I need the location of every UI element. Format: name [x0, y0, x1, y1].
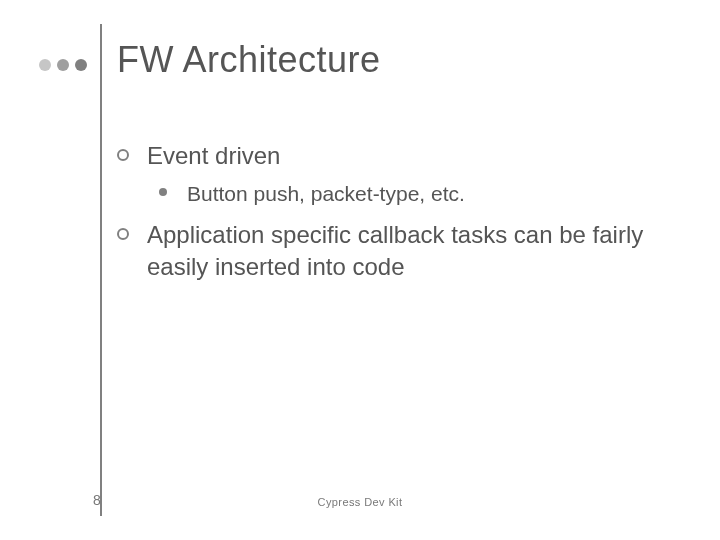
- slide-title: FW Architecture: [117, 39, 381, 81]
- decor-dots: [39, 59, 87, 71]
- bullet-level2: Button push, packet-type, etc.: [159, 180, 677, 208]
- dot-icon: [57, 59, 69, 71]
- ring-bullet-icon: [117, 140, 147, 161]
- bullet-level1: Application specific callback tasks can …: [117, 219, 677, 284]
- vertical-rule: [100, 24, 102, 516]
- bullet-text: Button push, packet-type, etc.: [187, 180, 677, 208]
- slide-body: Event driven Button push, packet-type, e…: [117, 140, 677, 292]
- dot-icon: [75, 59, 87, 71]
- bullet-text: Event driven: [147, 140, 677, 172]
- disc-bullet-icon: [159, 180, 187, 196]
- dot-icon: [39, 59, 51, 71]
- slide-footer: Cypress Dev Kit: [0, 496, 720, 508]
- ring-bullet-icon: [117, 219, 147, 240]
- slide: FW Architecture Event driven Button push…: [0, 0, 720, 540]
- bullet-text: Application specific callback tasks can …: [147, 219, 677, 284]
- bullet-level1: Event driven: [117, 140, 677, 172]
